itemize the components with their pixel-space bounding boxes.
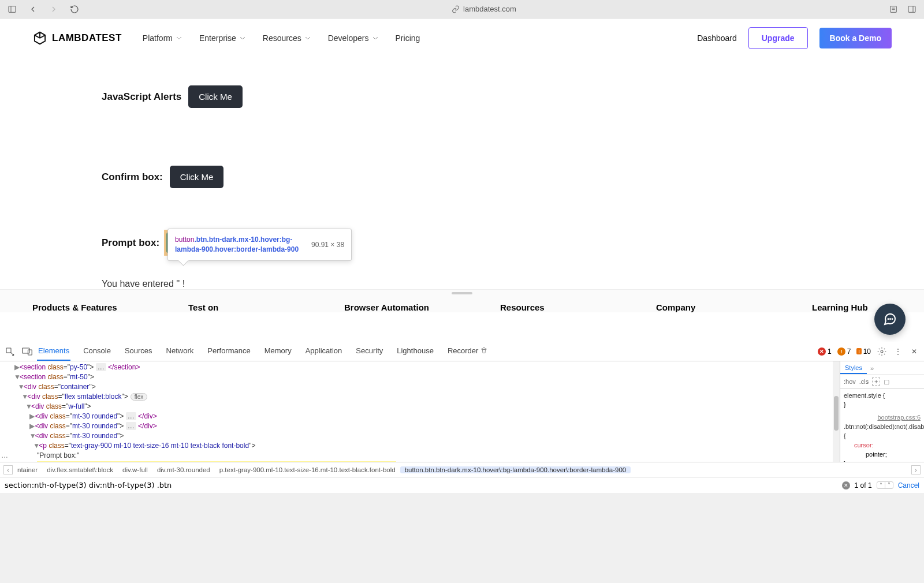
dom-breadcrumbs: ‹ ntainer div.flex.smtablet\:block div.w… bbox=[0, 462, 924, 477]
crumb-item[interactable]: ntainer bbox=[13, 466, 42, 473]
tab-performance[interactable]: Performance bbox=[206, 342, 251, 361]
gear-icon[interactable] bbox=[877, 346, 887, 357]
crumb-item-selected[interactable]: button.btn.btn-dark.mx-10.hover\:bg-lamb… bbox=[400, 466, 631, 473]
search-stepper[interactable]: ˄˅ bbox=[877, 481, 893, 489]
footer-col-company[interactable]: Company bbox=[656, 302, 743, 312]
js-alerts-label: JavaScript Alerts bbox=[102, 91, 181, 103]
svg-point-9 bbox=[892, 319, 893, 319]
tab-memory[interactable]: Memory bbox=[263, 342, 293, 361]
footer-grip bbox=[452, 292, 472, 294]
tab-security[interactable]: Security bbox=[355, 342, 384, 361]
cancel-search-link[interactable]: Cancel bbox=[898, 481, 919, 489]
devtools-search-bar: ✕ 1 of 1 ˄˅ Cancel bbox=[0, 477, 924, 493]
search-input[interactable] bbox=[5, 481, 836, 489]
svg-point-13 bbox=[881, 350, 883, 353]
tab-recorder[interactable]: Recorder bbox=[446, 342, 489, 361]
tooltip-tag: button bbox=[175, 236, 194, 244]
nav-pricing[interactable]: Pricing bbox=[394, 30, 422, 46]
chat-icon bbox=[883, 312, 897, 326]
logo-text: LAMBDATEST bbox=[52, 32, 122, 44]
confirm-box-label: Confirm box: bbox=[102, 171, 163, 183]
footer-col-resources[interactable]: Resources bbox=[500, 302, 587, 312]
devtools-toolbar: Elements Console Sources Network Perform… bbox=[0, 342, 924, 361]
prompt-result-text: You have entered '' ! bbox=[102, 279, 924, 289]
devtools-panel: Elements Console Sources Network Perform… bbox=[0, 342, 924, 493]
more-tabs-icon[interactable]: » bbox=[867, 365, 877, 372]
link-icon bbox=[452, 5, 460, 13]
svg-point-7 bbox=[888, 319, 889, 319]
footer-col-test[interactable]: Test on bbox=[188, 302, 275, 312]
svg-rect-2 bbox=[891, 6, 897, 12]
dashboard-link[interactable]: Dashboard bbox=[697, 33, 737, 43]
footer-col-products[interactable]: Products & Features bbox=[32, 302, 119, 312]
element-style-selector: element.style { bbox=[844, 392, 885, 399]
search-count: 1 of 1 bbox=[855, 481, 872, 489]
nav-developers[interactable]: Developers bbox=[327, 30, 379, 46]
devtools-tabs: Elements Console Sources Network Perform… bbox=[37, 342, 489, 361]
crumb-scroll-left[interactable]: ‹ bbox=[3, 465, 13, 474]
footer-col-automation[interactable]: Browser Automation bbox=[344, 302, 431, 312]
svg-point-8 bbox=[890, 319, 891, 319]
tabs-icon[interactable] bbox=[907, 4, 917, 14]
tab-sources[interactable]: Sources bbox=[124, 342, 154, 361]
add-rule-icon[interactable]: + bbox=[872, 378, 880, 386]
tooltip-classes: .btn.btn-dark.mx-10.hover:bg-lambda-900.… bbox=[175, 236, 299, 253]
tab-network[interactable]: Network bbox=[165, 342, 195, 361]
site-footer: Products & Features Test on Browser Auto… bbox=[0, 289, 924, 312]
url-text: lambdatest.com bbox=[463, 5, 516, 13]
nav-resources[interactable]: Resources bbox=[262, 30, 312, 46]
tab-lighthouse[interactable]: Lighthouse bbox=[396, 342, 435, 361]
site-header: LAMBDATEST Platform Enterprise Resources… bbox=[0, 18, 924, 58]
book-demo-button[interactable]: Book a Demo bbox=[819, 28, 892, 48]
hov-toggle[interactable]: :hov bbox=[844, 378, 856, 385]
tab-elements[interactable]: Elements bbox=[37, 342, 70, 361]
demo-area: JavaScript Alerts Click Me Confirm box: … bbox=[0, 58, 924, 289]
crumb-item[interactable]: div.w-full bbox=[118, 466, 152, 473]
crumb-item[interactable]: p.text-gray-900.ml-10.text-size-16.mt-10… bbox=[215, 466, 400, 473]
nav-enterprise[interactable]: Enterprise bbox=[198, 30, 247, 46]
address-bar[interactable]: lambdatest.com bbox=[80, 5, 888, 13]
crumb-item[interactable]: div.mt-30.rounded bbox=[152, 466, 215, 473]
device-toggle-icon[interactable] bbox=[22, 346, 32, 357]
logo[interactable]: LAMBDATEST bbox=[32, 31, 122, 46]
prompt-box-label: Prompt box: bbox=[102, 237, 159, 249]
svg-rect-12 bbox=[28, 350, 32, 355]
confirm-box-button[interactable]: Click Me bbox=[170, 166, 224, 188]
tooltip-dimensions: 90.91 × 38 bbox=[311, 241, 344, 249]
close-devtools-icon[interactable]: ✕ bbox=[909, 346, 919, 357]
crumb-item[interactable]: div.flex.smtablet\:block bbox=[42, 466, 118, 473]
nav-platform[interactable]: Platform bbox=[141, 30, 183, 46]
reader-icon[interactable] bbox=[888, 4, 899, 14]
css-selector: .btn:not(:disabled):not(.disabled) { bbox=[844, 423, 924, 439]
dom-tree[interactable]: ▶<section class="py-50"> … </section> ▼<… bbox=[0, 361, 840, 462]
js-alert-button[interactable]: Click Me bbox=[188, 85, 243, 108]
styles-tab[interactable]: Styles bbox=[840, 362, 867, 374]
forward-button[interactable] bbox=[49, 4, 59, 14]
tab-console[interactable]: Console bbox=[82, 342, 112, 361]
dom-scrollbar[interactable] bbox=[833, 361, 840, 462]
warning-count[interactable]: !7 bbox=[837, 347, 851, 356]
chat-bubble-button[interactable] bbox=[874, 304, 906, 335]
svg-rect-10 bbox=[6, 348, 11, 353]
pane-icon[interactable]: ▢ bbox=[884, 378, 889, 386]
kebab-icon[interactable]: ⋮ bbox=[893, 346, 903, 357]
cls-toggle[interactable]: .cls bbox=[859, 378, 869, 385]
search-next-icon[interactable]: ˅ bbox=[885, 482, 893, 488]
clear-search-icon[interactable]: ✕ bbox=[842, 481, 850, 489]
crumb-scroll-right[interactable]: › bbox=[911, 465, 921, 474]
inspect-element-icon[interactable] bbox=[5, 346, 15, 357]
sidebar-toggle-icon[interactable] bbox=[7, 4, 17, 14]
upgrade-button[interactable]: Upgrade bbox=[748, 27, 808, 49]
back-button[interactable] bbox=[28, 4, 38, 14]
logo-mark-icon bbox=[32, 31, 47, 46]
search-prev-icon[interactable]: ˄ bbox=[877, 482, 885, 488]
error-count[interactable]: ✕1 bbox=[818, 347, 832, 356]
reload-button[interactable] bbox=[69, 4, 80, 14]
element-inspect-tooltip: button.btn.btn-dark.mx-10.hover:bg-lambd… bbox=[167, 229, 352, 261]
browser-chrome: lambdatest.com bbox=[0, 0, 924, 18]
css-source-link[interactable]: bootstrap.css:6 bbox=[877, 413, 921, 422]
tab-application[interactable]: Application bbox=[304, 342, 344, 361]
info-count[interactable]: i10 bbox=[856, 347, 871, 356]
styles-pane: Styles » :hov .cls + ▢ element.style { }… bbox=[840, 361, 924, 462]
page-viewport: LAMBDATEST Platform Enterprise Resources… bbox=[0, 18, 924, 342]
